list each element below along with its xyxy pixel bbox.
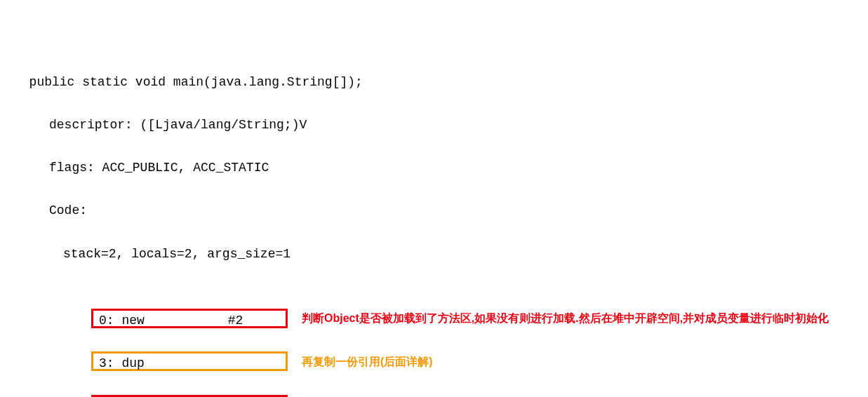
annotation-text: 再复制一份引用(后面详解) xyxy=(302,352,433,371)
annotation-text: 判断Object是否被加载到了方法区,如果没有则进行加载.然后在堆中开辟空间,并… xyxy=(302,309,829,328)
flags-line: flags: ACC_PUBLIC, ACC_STATIC xyxy=(14,157,854,179)
bytecode-row: 3: dup 再复制一份引用(后面详解) xyxy=(14,351,854,372)
code-label: Code: xyxy=(14,200,854,222)
bytecode-instruction: 0: new #2 xyxy=(91,309,288,328)
stack-info: stack=2, locals=2, args_size=1 xyxy=(14,243,854,265)
bytecode-row: 0: new #2 判断Object是否被加载到了方法区,如果没有则进行加载.然… xyxy=(14,307,854,329)
method-signature: public static void main(java.lang.String… xyxy=(14,72,854,93)
descriptor-line: descriptor: ([Ljava/lang/String;)V xyxy=(14,114,854,136)
bytecode-row: 4: invokespecial #1 调用<init>方法(构造方法)对属性进… xyxy=(14,394,854,398)
bytecode-instruction: 3: dup xyxy=(91,351,288,371)
